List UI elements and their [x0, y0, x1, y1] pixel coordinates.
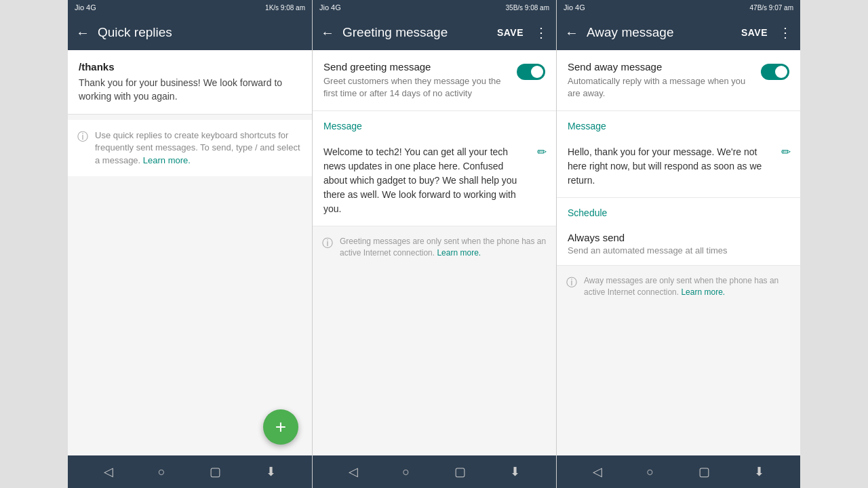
schedule-title: Always send: [568, 232, 789, 243]
schedule-row[interactable]: Always send Send an automated message at…: [557, 222, 800, 266]
learn-more-1[interactable]: Learn more.: [143, 155, 191, 165]
status-bar-left-3: Jio 4G: [564, 3, 585, 12]
nav-recents-2[interactable]: ▢: [449, 459, 471, 485]
send-greeting-title: Send greeting message: [323, 61, 507, 73]
send-greeting-toggle[interactable]: [517, 64, 545, 80]
back-button-1[interactable]: ←: [76, 25, 90, 41]
edit-message-icon-3[interactable]: ✏: [781, 145, 791, 159]
message-card-3: Hello, thank you for your message. We're…: [557, 136, 800, 198]
schedule-desc: Send an automated message at all times: [568, 245, 789, 256]
status-bar-right-3: 47B/s 9:07 am: [750, 4, 793, 12]
info-icon-3: ⓘ: [566, 276, 577, 290]
more-button-3[interactable]: ⋮: [778, 24, 792, 41]
save-button-2[interactable]: SAVE: [497, 27, 524, 38]
learn-more-2[interactable]: Learn more.: [437, 248, 481, 258]
edit-message-icon-2[interactable]: ✏: [537, 145, 547, 159]
nav-bar-3: ◁ ○ ▢ ⬇: [557, 455, 800, 488]
send-away-title: Send away message: [568, 61, 751, 73]
status-bar-left-1: Jio 4G: [75, 3, 96, 12]
send-away-row: Send away message Automatically reply wi…: [557, 50, 800, 111]
status-bar-left-2: Jio 4G: [319, 3, 341, 12]
quick-reply-card: /thanks Thank you for your business! We …: [68, 50, 312, 115]
info-text-1: Use quick replies to create keyboard sho…: [95, 129, 302, 167]
fab-button[interactable]: +: [263, 409, 298, 445]
carrier-3: Jio 4G: [564, 3, 585, 12]
time-3: 47B/s 9:07 am: [750, 4, 793, 12]
nav-menu-2[interactable]: ⬇: [505, 459, 526, 485]
toolbar-2: ← Greeting message SAVE ⋮: [313, 15, 556, 50]
status-bar-1: Jio 4G 1K/s 9:08 am: [68, 0, 312, 15]
send-away-desc: Automatically reply with a message when …: [568, 75, 751, 100]
toolbar-title-3: Away message: [587, 25, 733, 40]
toolbar-title-1: Quick replies: [98, 25, 304, 40]
info-text-2: Greeting messages are only sent when the…: [340, 236, 547, 259]
info-text-3: Away messages are only sent when the pho…: [584, 275, 791, 298]
back-button-3[interactable]: ←: [565, 25, 578, 41]
away-message-text: Hello, thank you for your message. We're…: [568, 145, 789, 188]
nav-home-1[interactable]: ○: [153, 460, 171, 485]
send-greeting-desc: Greet customers when they message you th…: [323, 75, 507, 100]
nav-bar-1: ◁ ○ ▢ ⬇: [68, 455, 312, 488]
toolbar-title-2: Greeting message: [342, 25, 489, 40]
status-bar-right-2: 35B/s 9:08 am: [506, 4, 549, 12]
content-2: Send greeting message Greet customers wh…: [313, 50, 556, 455]
nav-bar-2: ◁ ○ ▢ ⬇: [313, 455, 556, 488]
save-button-3[interactable]: SAVE: [741, 27, 768, 38]
info-icon-1: ⓘ: [77, 130, 88, 144]
greeting-info-section: ⓘ Greeting messages are only sent when t…: [313, 226, 556, 268]
nav-back-1[interactable]: ◁: [98, 459, 119, 485]
nav-home-3[interactable]: ○: [641, 460, 659, 485]
nav-menu-3[interactable]: ⬇: [749, 459, 770, 485]
greeting-message-text: Welcome to tech2! You can get all your t…: [323, 145, 545, 216]
back-button-2[interactable]: ←: [321, 25, 334, 41]
phone-quick-replies: Jio 4G 1K/s 9:08 am ← Quick replies /tha…: [68, 0, 312, 488]
message-label-3: Message: [557, 111, 800, 136]
time-2: 35B/s 9:08 am: [506, 4, 549, 12]
send-away-toggle[interactable]: [761, 64, 789, 80]
learn-more-3[interactable]: Learn more.: [681, 287, 725, 297]
status-bar-3: Jio 4G 47B/s 9:07 am: [557, 0, 800, 15]
away-info-section: ⓘ Away messages are only sent when the p…: [557, 266, 800, 308]
qr-message: Thank you for your business! We look for…: [79, 77, 301, 103]
carrier-1: Jio 4G: [75, 3, 96, 12]
status-bar-right-1: 1K/s 9:08 am: [265, 4, 305, 12]
phone-greeting: Jio 4G 35B/s 9:08 am ← Greeting message …: [312, 0, 556, 488]
content-1: /thanks Thank you for your business! We …: [68, 50, 312, 455]
content-3: Send away message Automatically reply wi…: [557, 50, 800, 455]
nav-recents-3[interactable]: ▢: [693, 459, 715, 485]
info-icon-2: ⓘ: [322, 237, 333, 251]
qr-info-section: ⓘ Use quick replies to create keyboard s…: [68, 120, 312, 176]
phone-away: Jio 4G 47B/s 9:07 am ← Away message SAVE…: [556, 0, 800, 488]
more-button-2[interactable]: ⋮: [534, 24, 548, 41]
nav-menu-1[interactable]: ⬇: [260, 459, 281, 485]
carrier-2: Jio 4G: [319, 3, 341, 12]
send-greeting-row: Send greeting message Greet customers wh…: [313, 50, 556, 111]
nav-home-2[interactable]: ○: [397, 460, 415, 485]
time-1: 1K/s 9:08 am: [265, 4, 305, 12]
nav-recents-1[interactable]: ▢: [204, 459, 226, 485]
qr-shortcut: /thanks: [79, 61, 301, 73]
nav-back-2[interactable]: ◁: [343, 459, 363, 485]
toolbar-3: ← Away message SAVE ⋮: [557, 15, 800, 50]
schedule-label: Schedule: [557, 198, 800, 222]
message-card-2: Welcome to tech2! You can get all your t…: [313, 136, 556, 226]
status-bar-2: Jio 4G 35B/s 9:08 am: [313, 0, 556, 15]
toolbar-1: ← Quick replies: [68, 15, 312, 50]
nav-back-3[interactable]: ◁: [587, 459, 608, 485]
message-label-2: Message: [313, 111, 556, 136]
